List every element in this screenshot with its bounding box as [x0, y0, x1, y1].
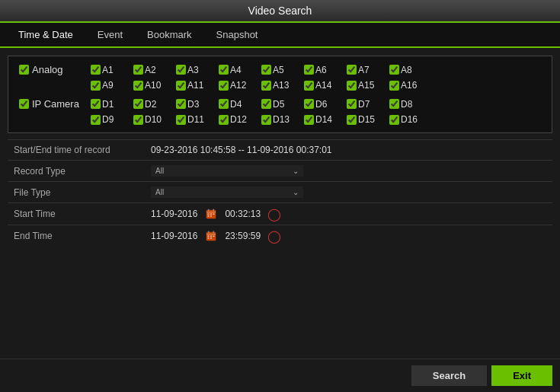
svg-rect-10 — [206, 234, 216, 235]
svg-rect-15 — [213, 236, 215, 237]
ip-d9[interactable] — [91, 115, 101, 125]
svg-rect-12 — [213, 231, 215, 234]
file-type-value: All ⌄ — [145, 182, 552, 203]
analog-a1[interactable] — [91, 65, 101, 75]
analog-a7[interactable] — [347, 65, 357, 75]
end-clock-value: 23:59:59 — [225, 231, 261, 241]
end-time-label: End Time — [8, 225, 145, 247]
ip-d16[interactable] — [389, 115, 399, 125]
analog-a12[interactable] — [219, 81, 229, 91]
window-title: Video Search — [248, 5, 312, 17]
ip-d12[interactable] — [219, 115, 229, 125]
svg-rect-2 — [208, 209, 210, 212]
file-type-selected: All — [155, 188, 164, 196]
end-time-reset-icon[interactable]: ◯ — [268, 230, 280, 242]
start-date-value: 11-09-2016 — [151, 209, 197, 219]
end-date-cell: 11-09-2016 — [145, 225, 552, 247]
file-type-select-wrapper[interactable]: All ⌄ — [151, 186, 303, 198]
start-date-cell: 11-09-2016 — [145, 203, 552, 225]
record-type-select-wrapper[interactable]: All ⌄ — [151, 165, 303, 177]
calendar-icon[interactable] — [205, 208, 217, 220]
start-end-row: Start/End time of record 09-23-2016 10:4… — [8, 140, 552, 161]
analog-a11[interactable] — [176, 81, 186, 91]
svg-rect-11 — [208, 231, 210, 234]
tab-bookmark[interactable]: Bookmark — [135, 23, 204, 46]
tab-bar: Time & Date Event Bookmark Snapshot — [0, 23, 560, 48]
start-time-label: Start Time — [8, 203, 145, 225]
analog-a2[interactable] — [133, 65, 143, 75]
ip-d13[interactable] — [261, 115, 271, 125]
analog-a10[interactable] — [133, 81, 143, 91]
analog-group-label: Analog — [19, 64, 88, 75]
start-time-row: Start Time 11-09-2016 — [8, 203, 552, 225]
end-calendar-icon[interactable] — [205, 230, 217, 242]
svg-rect-5 — [210, 214, 212, 215]
analog-row2: A9 A10 A11 A12 A13 A14 A15 A16 — [19, 80, 541, 91]
analog-a5[interactable] — [261, 65, 271, 75]
analog-a14[interactable] — [304, 81, 314, 91]
ip-d3[interactable] — [176, 99, 186, 109]
record-type-value: All ⌄ — [145, 161, 552, 182]
analog-row1: Analog A1 A2 A3 A4 A5 A6 A7 A8 — [19, 64, 541, 75]
camera-section: Analog A1 A2 A3 A4 A5 A6 A7 A8 A9 A10 A1… — [8, 56, 552, 133]
svg-rect-8 — [210, 215, 212, 217]
end-time-row: End Time 11-09-2016 — [8, 225, 552, 247]
tab-snapshot[interactable]: Snapshot — [204, 23, 270, 46]
analog-a6[interactable] — [304, 65, 314, 75]
svg-rect-17 — [210, 237, 212, 239]
ip-d1[interactable] — [91, 99, 101, 109]
analog-a16[interactable] — [389, 81, 399, 91]
ip-row1: IP Camera D1 D2 D3 D4 D5 D6 D7 D8 — [19, 98, 541, 110]
ip-d6[interactable] — [304, 99, 314, 109]
footer: Search Exit — [0, 359, 560, 392]
search-button[interactable]: Search — [411, 365, 487, 386]
svg-rect-3 — [213, 209, 215, 212]
record-type-row: Record Type All ⌄ — [8, 161, 552, 182]
file-type-row: File Type All ⌄ — [8, 182, 552, 203]
svg-rect-13 — [208, 236, 210, 237]
analog-a15[interactable] — [347, 81, 357, 91]
end-date-value: 11-09-2016 — [151, 231, 197, 241]
exit-button[interactable]: Exit — [491, 365, 552, 386]
ip-d14[interactable] — [304, 115, 314, 125]
svg-rect-6 — [213, 214, 215, 215]
tab-time-date[interactable]: Time & Date — [6, 23, 85, 48]
ip-d11[interactable] — [176, 115, 186, 125]
ip-d5[interactable] — [261, 99, 271, 109]
ip-row2: D9 D10 D11 D12 D13 D14 D15 D16 — [19, 114, 541, 125]
svg-rect-7 — [208, 215, 210, 217]
tab-event[interactable]: Event — [85, 23, 135, 46]
title-bar: Video Search — [0, 0, 560, 23]
record-type-label: Record Type — [8, 161, 145, 182]
analog-group-checkbox[interactable] — [19, 65, 29, 75]
ip-d8[interactable] — [389, 99, 399, 109]
ip-d10[interactable] — [133, 115, 143, 125]
file-type-label: File Type — [8, 182, 145, 203]
analog-a8[interactable] — [389, 65, 399, 75]
start-clock-value: 00:32:13 — [225, 209, 261, 219]
analog-a13[interactable] — [261, 81, 271, 91]
form-table: Start/End time of record 09-23-2016 10:4… — [8, 139, 552, 247]
start-time-reset-icon[interactable]: ◯ — [268, 208, 280, 220]
ip-group-checkbox[interactable] — [19, 99, 29, 109]
analog-a4[interactable] — [219, 65, 229, 75]
start-end-value: 09-23-2016 10:45:58 -- 11-09-2016 00:37:… — [145, 140, 552, 161]
chevron-down-icon2: ⌄ — [293, 188, 299, 196]
chevron-down-icon: ⌄ — [293, 167, 299, 175]
ip-d4[interactable] — [219, 99, 229, 109]
svg-rect-4 — [208, 214, 210, 215]
svg-rect-14 — [210, 236, 212, 237]
analog-a3[interactable] — [176, 65, 186, 75]
record-type-selected: All — [155, 167, 164, 175]
svg-rect-1 — [206, 212, 216, 213]
ip-d15[interactable] — [347, 115, 357, 125]
analog-a9[interactable] — [91, 81, 101, 91]
svg-rect-16 — [208, 237, 210, 239]
start-end-label: Start/End time of record — [8, 140, 145, 161]
ip-d2[interactable] — [133, 99, 143, 109]
ip-d7[interactable] — [347, 99, 357, 109]
ip-group-label: IP Camera — [19, 98, 88, 110]
